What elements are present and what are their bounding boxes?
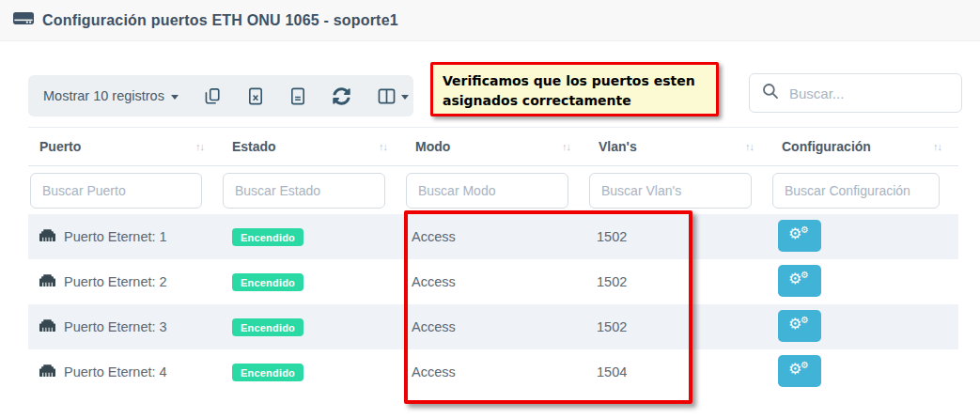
column-header-estado[interactable]: Estado ↑↓: [221, 139, 404, 154]
columns-icon: [378, 88, 396, 104]
filter-input-estado[interactable]: [223, 173, 385, 209]
vlan-value: 1504: [587, 364, 770, 379]
table-header-row: Puerto ↑↓ Estado ↑↓ Modo ↑↓ Vlan's ↑↓ Co…: [28, 127, 958, 166]
copy-icon: [204, 87, 221, 105]
status-badge: Encendido: [232, 364, 303, 381]
vlan-value: 1502: [587, 274, 770, 289]
file-export-button[interactable]: [290, 87, 305, 105]
ethernet-icon: [39, 317, 55, 336]
port-label: Puerto Eternet: 2: [64, 274, 167, 289]
sort-icon: ↑↓: [745, 141, 754, 152]
show-entries-label: Mostrar 10 registros: [43, 88, 164, 103]
gears-icon: ⚙: [801, 225, 809, 235]
config-button[interactable]: ⚙⚙: [778, 310, 821, 342]
page-title: Configuración puertos ETH ONU 1065 - sop…: [42, 12, 398, 29]
column-visibility-button[interactable]: [378, 88, 409, 104]
device-icon: [13, 10, 34, 30]
config-button[interactable]: ⚙⚙: [778, 355, 821, 387]
table-filter-row: [28, 166, 958, 214]
column-header-vlans[interactable]: Vlan's ↑↓: [587, 139, 770, 154]
column-header-puerto[interactable]: Puerto ↑↓: [28, 139, 221, 154]
vlan-value: 1502: [587, 319, 770, 334]
file-icon: [290, 87, 305, 105]
copy-button[interactable]: [204, 87, 221, 105]
table-row: Puerto Eternet: 3 Encendido Access 1502 …: [28, 304, 958, 349]
ethernet-icon: [39, 363, 55, 381]
mode-value: Access: [404, 229, 587, 244]
filter-input-vlans[interactable]: [589, 173, 752, 209]
port-label: Puerto Eternet: 4: [64, 364, 167, 379]
port-label: Puerto Eternet: 1: [64, 229, 167, 244]
chevron-down-icon: [401, 95, 409, 100]
status-badge: Encendido: [232, 273, 303, 291]
show-entries-dropdown[interactable]: Mostrar 10 registros: [43, 88, 179, 103]
ethernet-icon: [39, 227, 55, 246]
mode-value: Access: [404, 319, 587, 334]
sort-icon: ↑↓: [562, 141, 570, 152]
table-row: Puerto Eternet: 1 Encendido Access 1502 …: [28, 214, 958, 259]
column-header-configuracion[interactable]: Configuración ↑↓: [770, 139, 958, 154]
filter-input-configuracion[interactable]: [772, 173, 940, 209]
ports-table: Puerto ↑↓ Estado ↑↓ Modo ↑↓ Vlan's ↑↓ Co…: [28, 127, 958, 395]
table-row: Puerto Eternet: 4 Encendido Access 1504 …: [28, 349, 958, 395]
sort-icon: ↑↓: [195, 141, 204, 152]
config-button[interactable]: ⚙⚙: [778, 220, 821, 252]
search-box: [749, 73, 962, 113]
excel-icon: [248, 87, 263, 105]
search-icon: [762, 83, 779, 103]
vlan-value: 1502: [587, 229, 770, 244]
sort-icon: ↑↓: [933, 141, 941, 152]
annotation-text: Verificamos que los puertos esten asigna…: [443, 73, 695, 108]
ethernet-icon: [39, 272, 55, 291]
page-header: Configuración puertos ETH ONU 1065 - sop…: [0, 0, 980, 41]
sort-icon: ↑↓: [379, 141, 387, 152]
refresh-icon: [333, 87, 350, 105]
filter-input-modo[interactable]: [406, 173, 568, 209]
chevron-down-icon: [171, 95, 179, 100]
status-badge: Encendido: [232, 318, 303, 336]
search-input[interactable]: [789, 85, 976, 101]
status-badge: Encendido: [232, 228, 303, 246]
gears-icon: ⚙: [801, 361, 809, 370]
config-button[interactable]: ⚙⚙: [778, 265, 821, 297]
refresh-button[interactable]: [333, 87, 350, 105]
excel-export-button[interactable]: [248, 87, 263, 105]
gears-icon: ⚙: [801, 316, 809, 325]
annotation-note: Verificamos que los puertos esten asigna…: [430, 62, 719, 116]
mode-value: Access: [404, 364, 587, 379]
column-header-modo[interactable]: Modo ↑↓: [404, 139, 587, 154]
mode-value: Access: [404, 274, 587, 289]
gears-icon: ⚙: [801, 271, 809, 280]
table-row: Puerto Eternet: 2 Encendido Access 1502 …: [28, 259, 958, 304]
port-label: Puerto Eternet: 3: [64, 319, 167, 334]
filter-input-puerto[interactable]: [30, 173, 202, 209]
table-toolbar: Mostrar 10 registros: [28, 75, 413, 116]
